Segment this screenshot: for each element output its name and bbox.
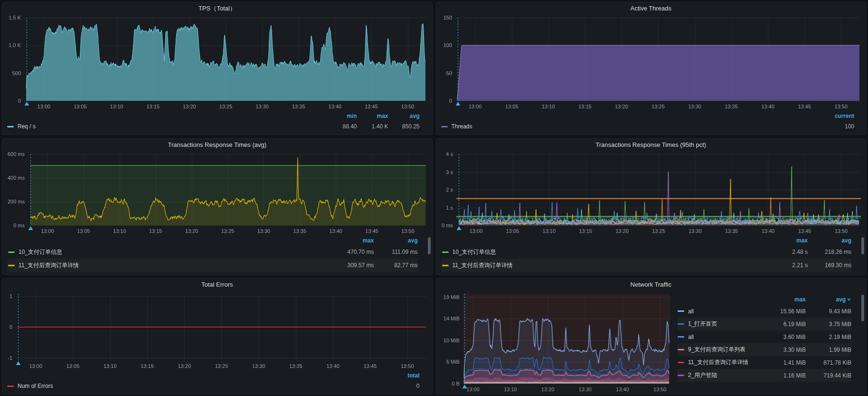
stat-header-current[interactable]: current bbox=[821, 113, 854, 119]
panel-title-rt-avg[interactable]: Transactions Response Times (avg) bbox=[2, 139, 432, 151]
series-color-dash bbox=[678, 310, 684, 312]
network-chart-canvas[interactable] bbox=[436, 290, 675, 394]
stat-avg-value: 871.78 KiB bbox=[806, 359, 851, 366]
panel-title-active-threads[interactable]: Active Threads bbox=[436, 2, 866, 14]
stat-avg-value: 111.09 ms bbox=[374, 249, 418, 255]
series-label: Threads bbox=[452, 123, 472, 130]
series-color-dash bbox=[442, 265, 449, 266]
series-label: 10_支付订单信息 bbox=[19, 248, 62, 256]
stat-avg-value: 3.75 MiB bbox=[806, 321, 851, 328]
legend-row: Threads 100 bbox=[441, 121, 855, 132]
stat-header-avg[interactable]: avg bbox=[808, 237, 851, 244]
panel-rt-avg: Transactions Response Times (avg) max av… bbox=[2, 138, 433, 275]
rt-avg-chart-canvas[interactable] bbox=[2, 151, 432, 236]
stat-max-value: 1.40 K bbox=[357, 123, 388, 130]
series-toggle-11[interactable]: 11_支付后查询订单详情 bbox=[8, 261, 331, 270]
series-toggle-9[interactable]: 9_支付前查询订单列表 bbox=[678, 346, 764, 354]
series-label: all bbox=[688, 308, 694, 315]
stat-avg-value: 719.44 KiB bbox=[806, 372, 851, 379]
stat-header-max[interactable]: max bbox=[765, 237, 808, 244]
stat-avg-value: 169.30 ms bbox=[808, 262, 851, 269]
series-color-dash bbox=[678, 323, 684, 325]
series-color-dash bbox=[678, 362, 684, 363]
series-toggle-all[interactable]: all bbox=[678, 308, 764, 315]
series-label: Req / s bbox=[18, 123, 36, 130]
stat-total-value: 0 bbox=[390, 383, 420, 389]
series-toggle-threads[interactable]: Threads bbox=[441, 123, 821, 130]
panel-active-threads: Active Threads current Threads 100 bbox=[436, 2, 867, 135]
series-toggle-all-2[interactable]: all bbox=[678, 334, 764, 340]
series-label: 11_支付后查询订单详情 bbox=[688, 358, 748, 367]
rt-avg-legend: max avg 10_支付订单信息 470.70 ms 111.09 ms 11… bbox=[2, 236, 432, 274]
stat-min-value: 88.40 bbox=[326, 123, 357, 130]
threads-chart-canvas[interactable] bbox=[436, 14, 866, 111]
series-color-dash bbox=[441, 126, 448, 127]
legend-row: 2_用户登陆 1.16 MiB 719.44 KiB bbox=[678, 369, 851, 382]
series-color-dash bbox=[678, 375, 684, 376]
stat-max-value: 309.57 ms bbox=[331, 262, 374, 269]
chevron-down-icon bbox=[847, 296, 851, 303]
series-label: 11_支付后查询订单详情 bbox=[453, 261, 513, 270]
legend-row: all 15.56 MiB 9.43 MiB bbox=[678, 305, 851, 318]
series-toggle-reqs[interactable]: Req / s bbox=[7, 123, 326, 130]
errors-chart-canvas[interactable] bbox=[2, 290, 432, 371]
legend-row: Req / s 88.40 1.40 K 850.25 bbox=[7, 121, 420, 132]
stat-max-value: 15.56 MiB bbox=[764, 308, 806, 315]
tps-chart-area bbox=[2, 14, 432, 111]
errors-chart-area bbox=[2, 290, 432, 371]
stat-header-avg-sorted[interactable]: avg bbox=[806, 296, 851, 303]
series-color-dash bbox=[678, 336, 684, 338]
series-label: 9_支付前查询订单列表 bbox=[688, 346, 745, 354]
stat-header-min[interactable]: min bbox=[326, 113, 357, 119]
rt-pct-chart-area bbox=[436, 151, 866, 236]
network-chart-area bbox=[436, 290, 675, 394]
stat-avg-value: 850.25 bbox=[388, 123, 420, 130]
stat-avg-value: 82.77 ms bbox=[374, 262, 418, 269]
stat-header-max[interactable]: max bbox=[331, 237, 374, 244]
series-toggle-11[interactable]: 11_支付后查询订单详情 bbox=[442, 261, 765, 270]
legend-row: 1_打开首页 6.19 MiB 3.75 MiB bbox=[678, 318, 851, 330]
series-toggle-11[interactable]: 11_支付后查询订单详情 bbox=[678, 358, 764, 367]
series-label: all bbox=[688, 334, 694, 340]
legend-row: 11_支付后查询订单详情 2.21 s 169.30 ms bbox=[441, 259, 852, 272]
series-toggle-10[interactable]: 10_支付订单信息 bbox=[442, 248, 765, 256]
series-toggle-user-login[interactable]: 2_用户登陆 bbox=[678, 371, 764, 379]
stat-current-value: 100 bbox=[821, 123, 854, 130]
stat-header-avg[interactable]: avg bbox=[388, 113, 420, 119]
stat-avg-value: 9.43 MiB bbox=[806, 308, 851, 315]
legend-scrollbar[interactable] bbox=[861, 237, 864, 254]
legend-row: Num of Errors 0 bbox=[7, 380, 420, 392]
rt-pct-legend: max avg 10_支付订单信息 2.48 s 218.26 ms 11_支付… bbox=[436, 236, 866, 274]
series-toggle-10[interactable]: 10_支付订单信息 bbox=[8, 248, 331, 256]
stat-max-value: 2.21 s bbox=[765, 262, 808, 269]
stat-max-value: 1.41 MiB bbox=[764, 359, 806, 366]
panel-title-tps[interactable]: TPS（Total） bbox=[2, 2, 432, 14]
stat-max-value: 3.30 MiB bbox=[764, 347, 806, 353]
series-toggle-open-home[interactable]: 1_打开首页 bbox=[678, 320, 764, 328]
panel-title-rt-pct[interactable]: Transactions Response Times (95th pct) bbox=[436, 139, 866, 151]
stat-header-max[interactable]: max bbox=[357, 113, 388, 119]
series-label: 2_用户登陆 bbox=[688, 371, 717, 379]
panel-title-total-errors[interactable]: Total Errors bbox=[2, 279, 432, 290]
series-toggle-errors[interactable]: Num of Errors bbox=[7, 383, 390, 389]
errors-legend: total Num of Errors 0 bbox=[2, 371, 432, 394]
stat-avg-value: 2.19 MiB bbox=[806, 334, 851, 340]
stat-header-total[interactable]: total bbox=[390, 372, 420, 379]
series-color-dash bbox=[8, 251, 15, 253]
threads-legend: current Threads 100 bbox=[436, 111, 866, 135]
stat-max-value: 470.70 ms bbox=[331, 249, 374, 255]
stat-header-max[interactable]: max bbox=[764, 296, 806, 303]
series-color-dash bbox=[7, 126, 14, 127]
series-color-dash bbox=[8, 265, 15, 266]
panel-rt-pct: Transactions Response Times (95th pct) m… bbox=[436, 138, 867, 275]
tps-chart-canvas[interactable] bbox=[2, 14, 432, 111]
panel-title-network-traffic[interactable]: Network Traffic bbox=[436, 279, 866, 290]
legend-scrollbar[interactable] bbox=[861, 295, 864, 321]
stat-max-value: 1.16 MiB bbox=[764, 372, 806, 379]
legend-row: 9_支付前查询订单列表 3.30 MiB 1.99 MiB bbox=[678, 343, 851, 356]
legend-scrollbar[interactable] bbox=[428, 237, 431, 254]
series-label: 1_打开首页 bbox=[688, 320, 717, 328]
panel-network-traffic: Network Traffic max avg bbox=[436, 278, 867, 395]
stat-header-avg[interactable]: avg bbox=[374, 237, 418, 244]
rt-pct-chart-canvas[interactable] bbox=[436, 151, 866, 236]
